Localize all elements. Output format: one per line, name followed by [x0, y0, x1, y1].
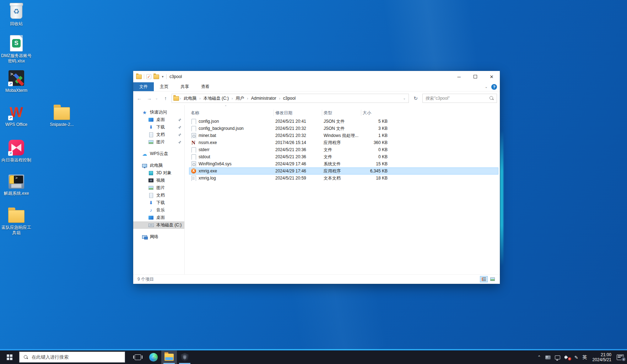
- clock-time: 21:00: [601, 352, 611, 357]
- desktop-icon-label: 回收站: [10, 21, 23, 27]
- thumbnail-view-button[interactable]: [488, 276, 496, 282]
- volume-muted-icon[interactable]: ✕: [563, 351, 572, 364]
- close-button[interactable]: ✕: [483, 71, 500, 82]
- up-button[interactable]: ↑: [162, 94, 169, 102]
- new-folder-icon[interactable]: [153, 75, 159, 79]
- breadcrumb-administrator[interactable]: Administrator: [249, 96, 279, 101]
- quick-access-toolbar: ✓ ▼: [136, 74, 167, 79]
- desktop-icon-label: MobaXterm: [5, 88, 27, 93]
- file-row-winring0x64-sys[interactable]: WinRing0x64.sys 2024/4/29 17:46 系统文件 15 …: [189, 160, 498, 167]
- file-explorer-button[interactable]: [161, 351, 177, 364]
- properties-check-icon[interactable]: ✓: [146, 74, 151, 79]
- file-name: xmrig.exe: [199, 169, 217, 173]
- sidebar-item-wps-cloud[interactable]: ☁ WPS云盘: [133, 150, 184, 158]
- desktop-icon-sunflower-remote[interactable]: ↗ 向日葵远程控制: [0, 139, 33, 163]
- file-row-config-json[interactable]: config.json 2024/5/21 20:41 JSON 文件 5 KB: [189, 118, 498, 125]
- desktop-icon-blueteam-folder[interactable]: 蓝队应急响应工具箱: [0, 206, 33, 236]
- file-row-stderr[interactable]: stderr 2024/5/21 20:36 文件 0 KB: [189, 146, 498, 153]
- breadcrumb-users[interactable]: 用户: [233, 95, 246, 101]
- desktop-icon-recycle-bin[interactable]: ♻ 回收站: [0, 3, 33, 27]
- breadcrumb-separator: ›: [199, 96, 200, 100]
- action-center-button[interactable]: 4: [615, 351, 626, 364]
- address-dropdown-chevron-icon[interactable]: ⌄: [401, 96, 407, 100]
- sidebar-item-downloads-2[interactable]: ⬇ 下载: [133, 199, 184, 206]
- breadcrumb-c3pool[interactable]: c3pool: [281, 96, 298, 101]
- sidebar-label: 文档: [156, 192, 165, 198]
- column-header-size[interactable]: 大小: [361, 110, 391, 116]
- sidebar-item-3d-objects[interactable]: 3D 对象: [133, 169, 184, 177]
- sidebar-item-documents[interactable]: 文档: [133, 131, 184, 138]
- sidebar-item-desktop-2[interactable]: 桌面: [133, 214, 184, 221]
- explorer-search-input[interactable]: 搜索"c3pool": [422, 94, 497, 103]
- file-date: 2017/4/26 15:14: [274, 140, 322, 145]
- sidebar-item-pictures[interactable]: 图片: [133, 138, 184, 146]
- desktop-icon-snipaste-folder[interactable]: Snipaste-2...: [45, 104, 78, 127]
- vmware-tray-icon[interactable]: [544, 351, 552, 364]
- refresh-button[interactable]: ↻: [411, 94, 420, 103]
- taskbar-search-input[interactable]: 在此键入进行搜索: [19, 352, 125, 363]
- help-button[interactable]: ?: [491, 84, 497, 90]
- details-view-button[interactable]: [480, 276, 488, 282]
- file-row-nssm-exe[interactable]: nssm.exe 2017/4/26 15:14 应用程序 360 KB: [189, 139, 498, 146]
- sidebar-item-desktop[interactable]: 桌面: [133, 116, 184, 123]
- maximize-button[interactable]: [467, 71, 483, 82]
- file-row-stdout[interactable]: stdout 2024/5/21 20:36 文件 0 KB: [189, 153, 498, 160]
- ribbon-collapse-chevron-icon[interactable]: ⌄: [485, 85, 488, 89]
- security-app-button[interactable]: [177, 351, 193, 364]
- column-header-date[interactable]: 修改日期: [274, 110, 322, 116]
- desktop-icon-wps-office[interactable]: W ↗ WPS Office: [0, 104, 33, 127]
- file-name: config_background.json: [199, 126, 244, 131]
- desktop-icon-xlsx[interactable]: S DMZ服务器账号密码.xlsx: [0, 35, 33, 64]
- sidebar-item-network[interactable]: 网络: [133, 233, 184, 241]
- network-tray-icon[interactable]: [553, 351, 562, 364]
- desktop-icon-jieti-exe[interactable]: > 解题系统.exe: [0, 172, 33, 196]
- desktop-icon-mobaxterm[interactable]: >. ↗ MobaXterm: [0, 70, 33, 93]
- tray-overflow-chevron[interactable]: ⌃: [536, 351, 543, 364]
- breadcrumb-separator: ›: [247, 96, 248, 100]
- sidebar-item-drive-c[interactable]: 本地磁盘 (C:): [133, 221, 184, 229]
- minimize-button[interactable]: ─: [451, 71, 467, 82]
- pin-icon: [178, 140, 182, 144]
- task-view-button[interactable]: [130, 351, 146, 364]
- tab-file[interactable]: 文件: [133, 82, 154, 91]
- file-explorer-icon: [164, 354, 174, 361]
- forward-button[interactable]: →: [145, 94, 153, 102]
- file-row-config-background-json[interactable]: config_background.json 2024/5/21 20:32 J…: [189, 125, 498, 132]
- column-header-type[interactable]: 类型: [322, 110, 361, 116]
- sidebar-item-music[interactable]: ♪ 音乐: [133, 206, 184, 214]
- back-button[interactable]: ←: [135, 94, 143, 102]
- edge-button[interactable]: [146, 351, 161, 364]
- column-header-name[interactable]: 名称: [189, 110, 274, 116]
- tab-home[interactable]: 主页: [154, 82, 174, 91]
- taskbar-search-placeholder: 在此键入进行搜索: [32, 354, 69, 360]
- tab-share[interactable]: 共享: [174, 82, 195, 91]
- address-bar[interactable]: › 此电脑 › 本地磁盘 (C:) › 用户 › Administrator ›…: [172, 94, 409, 103]
- sidebar-item-quick-access[interactable]: ★ 快速访问: [133, 109, 184, 116]
- sidebar-item-pictures-2[interactable]: 图片: [133, 184, 184, 192]
- taskbar-clock[interactable]: 21:00 2024/5/21: [590, 352, 614, 362]
- history-chevron-icon[interactable]: ⌄: [155, 96, 160, 100]
- file-date: 2024/4/29 17:46: [274, 169, 322, 173]
- ime-indicator[interactable]: 英: [581, 351, 589, 364]
- notification-badge: 4: [621, 357, 626, 362]
- desktop-icon-label: 蓝队应急响应工具箱: [0, 225, 32, 236]
- sidebar-item-documents-2[interactable]: 文档: [133, 192, 184, 199]
- file-row-xmrig-exe[interactable]: xmrig.exe 2024/4/29 17:46 应用程序 6,345 KB: [189, 167, 498, 175]
- sidebar-item-this-pc[interactable]: 此电脑: [133, 162, 184, 169]
- file-date: 2024/4/29 17:46: [274, 161, 322, 166]
- file-size: 6,345 KB: [361, 169, 392, 173]
- file-row-miner-bat[interactable]: miner.bat 2024/5/21 20:32 Windows 批处理...…: [189, 132, 498, 139]
- start-button[interactable]: [0, 351, 19, 364]
- sidebar-label: 本地磁盘 (C:): [156, 222, 182, 228]
- file-row-xmrig-log[interactable]: xmrig.log 2024/5/21 20:59 文本文档 18 KB: [189, 175, 498, 182]
- desktop-icon-label: 向日葵远程控制: [1, 158, 31, 163]
- cloud-icon: ☁: [142, 151, 147, 157]
- sidebar-item-downloads[interactable]: ⬇ 下载: [133, 123, 184, 131]
- qat-customize-chevron-icon[interactable]: ▼: [161, 75, 164, 78]
- tab-view[interactable]: 查看: [195, 82, 216, 91]
- breadcrumb-this-pc[interactable]: 此电脑: [182, 95, 199, 101]
- sidebar-item-videos[interactable]: 视频: [133, 177, 184, 184]
- breadcrumb-drive-c[interactable]: 本地磁盘 (C:): [201, 95, 231, 101]
- file-icon: [191, 126, 196, 131]
- pen-tray-icon[interactable]: ✎: [573, 351, 580, 364]
